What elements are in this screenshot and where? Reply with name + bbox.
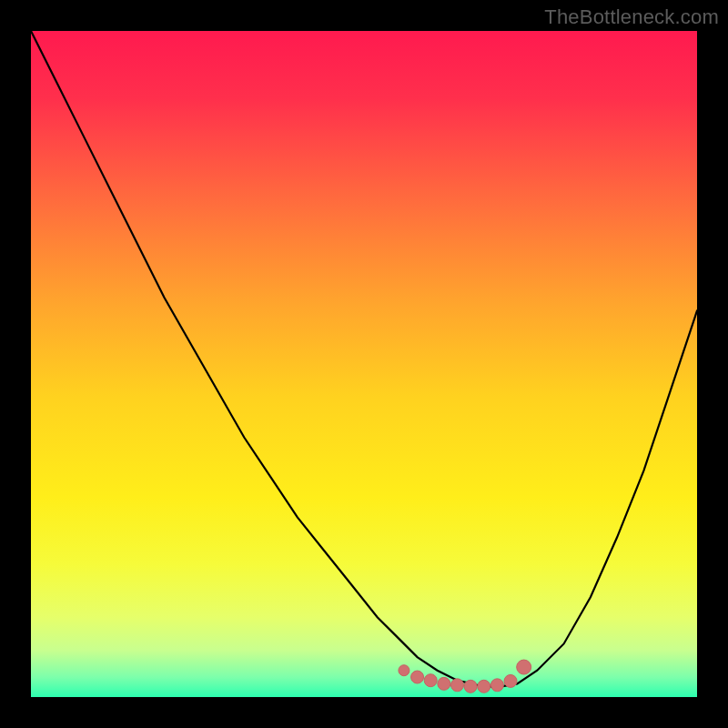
optimal-marker [478, 680, 490, 693]
optimal-marker [411, 671, 424, 683]
optimal-marker [438, 677, 450, 690]
chart-svg [31, 31, 697, 697]
watermark-text: TheBottleneck.com [544, 5, 719, 29]
optimal-marker [490, 679, 503, 692]
optimal-marker [399, 665, 410, 676]
chart-frame: TheBottleneck.com [0, 0, 728, 728]
gradient-background [31, 31, 697, 697]
plot-area [31, 31, 697, 697]
optimal-marker [464, 680, 477, 693]
optimal-marker [450, 679, 463, 692]
optimal-marker [517, 660, 531, 674]
optimal-marker [504, 674, 517, 687]
optimal-marker [424, 674, 437, 687]
